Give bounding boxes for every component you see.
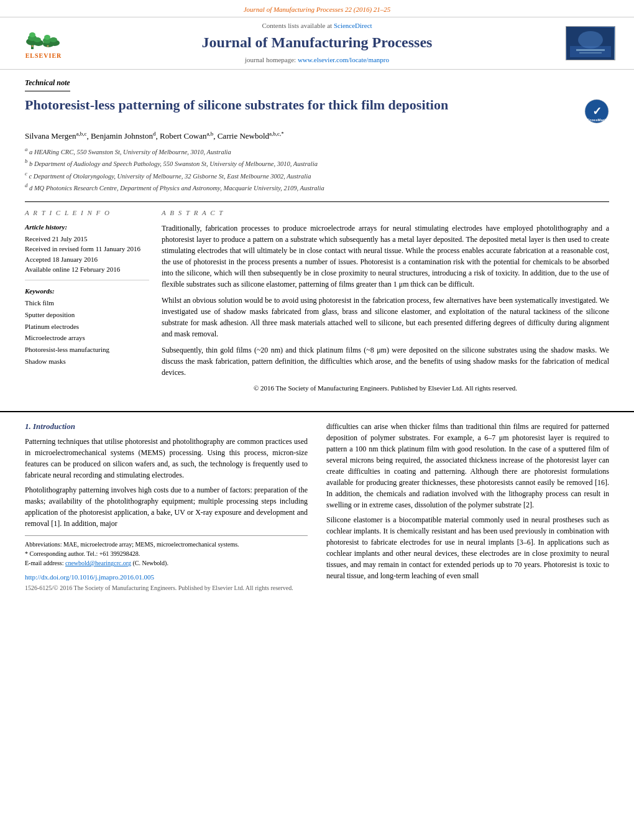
article-title-text: Photoresist-less patterning of silicone … xyxy=(25,96,584,114)
journal-main-title: Journal of Manufacturing Processes xyxy=(75,32,559,53)
intro-para-2: Photolithography patterning involves hig… xyxy=(25,484,308,529)
doi-link[interactable]: http://dx.doi.org/10.1016/j.jmapro.2016.… xyxy=(25,573,308,582)
affiliation-b: b b Department of Audiology and Speech P… xyxy=(25,157,609,168)
svg-text:✓: ✓ xyxy=(592,105,602,118)
cover-thumbnail xyxy=(566,26,615,60)
elsevier-logo-area: ELSEVIER xyxy=(12,25,75,62)
svg-point-10 xyxy=(50,37,57,42)
intro-para-4: Silicone elastomer is a biocompatible ma… xyxy=(326,514,609,581)
keyword-4: Microelectrode arrays xyxy=(25,332,149,344)
abbreviations-note: Abbreviations: MAE, microelectrode array… xyxy=(25,540,308,549)
abstract-text: Traditionally, fabrication processes to … xyxy=(162,223,609,394)
crossmark-icon: ✓ CrossMark xyxy=(584,99,609,124)
article-body: 1. Introduction Patterning techniques th… xyxy=(0,411,634,599)
keyword-2: Sputter deposition xyxy=(25,309,149,321)
svg-point-11 xyxy=(32,45,34,47)
journal-reference: Journal of Manufacturing Processes 22 (2… xyxy=(0,0,634,17)
article-type-label: Technical note xyxy=(25,78,70,91)
email-note: E-mail address: cnewbold@hearingcrc.org … xyxy=(25,558,308,568)
svg-point-5 xyxy=(34,37,41,42)
sciencedirect-link[interactable]: ScienceDirect xyxy=(334,22,372,29)
affiliations-list: a a HEARing CRC, 550 Swanston St, Univer… xyxy=(25,145,609,193)
email-link[interactable]: cnewbold@hearingcrc.org xyxy=(65,560,131,566)
elsevier-tree-icon xyxy=(25,27,62,50)
keyword-6: Shadow masks xyxy=(25,356,149,367)
cover-art xyxy=(567,27,614,60)
contents-line: Contents lists available at ScienceDirec… xyxy=(75,21,559,30)
accepted-date: Accepted 18 January 2016 xyxy=(25,254,149,265)
elsevier-wordmark: ELSEVIER xyxy=(25,52,62,60)
available-date: Available online 12 February 2016 xyxy=(25,264,149,275)
keyword-1: Thick film xyxy=(25,297,149,309)
abstract-header: A B S T R A C T xyxy=(162,208,609,218)
abstract-copyright: © 2016 The Society of Manufacturing Engi… xyxy=(162,383,609,394)
svg-rect-16 xyxy=(576,49,605,51)
svg-rect-17 xyxy=(579,52,602,53)
svg-text:CrossMark: CrossMark xyxy=(587,118,607,122)
revised-date: Received in revised form 11 January 2016 xyxy=(25,244,149,254)
section1-body: Patterning techniques that utilise photo… xyxy=(25,436,308,529)
article-title-area: Photoresist-less patterning of silicone … xyxy=(25,96,609,124)
article-info-column: A R T I C L E I N F O Article history: R… xyxy=(25,208,149,399)
elsevier-branding: ELSEVIER xyxy=(25,27,62,60)
page: Journal of Manufacturing Processes 22 (2… xyxy=(0,0,634,840)
footnotes: Abbreviations: MAE, microelectrode array… xyxy=(25,535,308,568)
section1-title: 1. Introduction xyxy=(25,421,308,432)
affiliation-d: d d MQ Photonics Research Centre, Depart… xyxy=(25,182,609,193)
keywords-title: Keywords: xyxy=(25,287,149,296)
homepage-link[interactable]: www.elsevier.com/locate/manpro xyxy=(298,56,389,63)
abstract-paragraph-3: Subsequently, thin gold films (~20 nm) a… xyxy=(162,344,609,378)
journal-header: ELSEVIER Contents lists available at Sci… xyxy=(0,17,634,69)
keyword-5: Photoresist-less manufacturing xyxy=(25,344,149,356)
body-columns: 1. Introduction Patterning techniques th… xyxy=(25,421,609,593)
affiliation-c: c c Department of Otolaryngology, Univer… xyxy=(25,170,609,181)
svg-point-3 xyxy=(29,32,35,37)
body-left-column: 1. Introduction Patterning techniques th… xyxy=(25,421,308,593)
received-date: Received 21 July 2015 xyxy=(25,234,149,244)
abstract-paragraph-1: Traditionally, fabrication processes to … xyxy=(162,223,609,290)
keyword-3: Platinum electrodes xyxy=(25,321,149,333)
issn-line: 1526-6125/© 2016 The Society of Manufact… xyxy=(25,584,308,593)
abstract-column: A B S T R A C T Traditionally, fabricati… xyxy=(162,208,609,399)
section1-right-body: difficulties can arise when thicker film… xyxy=(326,421,609,581)
history-title: Article history: xyxy=(25,223,149,232)
article-info-abstract: A R T I C L E I N F O Article history: R… xyxy=(25,201,609,399)
body-right-column: difficulties can arise when thicker film… xyxy=(326,421,609,593)
journal-cover-image xyxy=(559,25,622,62)
corresponding-author-note: * Corresponding author. Tel.: +61 399298… xyxy=(25,549,308,558)
article-info-header: A R T I C L E I N F O xyxy=(25,208,149,218)
intro-para-1: Patterning techniques that utilise photo… xyxy=(25,436,308,481)
article-history: Article history: Received 21 July 2015 R… xyxy=(25,223,149,280)
affiliation-a: a a HEARing CRC, 550 Swanston St, Univer… xyxy=(25,145,609,157)
abstract-paragraph-2: Whilst an obvious solution would be to a… xyxy=(162,295,609,339)
article-metadata: Technical note Photoresist-less patterni… xyxy=(0,70,634,405)
svg-point-12 xyxy=(47,45,49,47)
journal-title-area: Contents lists available at ScienceDirec… xyxy=(75,21,559,65)
journal-homepage-line: journal homepage: www.elsevier.com/locat… xyxy=(75,55,559,65)
keywords-section: Keywords: Thick film Sputter deposition … xyxy=(25,287,149,367)
svg-point-8 xyxy=(44,35,50,40)
intro-para-3: difficulties can arise when thicker film… xyxy=(326,421,609,510)
svg-point-15 xyxy=(578,31,603,48)
authors-line: Silvana Mergena,b,c, Benjamin Johnstond,… xyxy=(25,130,609,142)
